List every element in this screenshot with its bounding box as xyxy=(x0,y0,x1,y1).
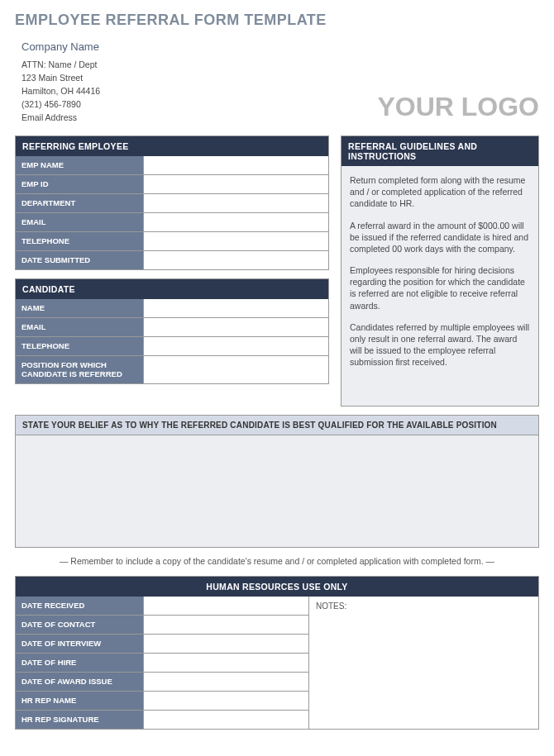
field-label: DEPARTMENT xyxy=(16,194,144,212)
table-row: HR REP SIGNATURE xyxy=(16,710,308,729)
guidelines-p1: Return completed form along with the res… xyxy=(350,174,530,210)
hr-body: DATE RECEIVED DATE OF CONTACT DATE OF IN… xyxy=(16,597,538,729)
hr-header: HUMAN RESOURCES USE ONLY xyxy=(16,577,538,597)
company-block: Company Name ATTN: Name / Dept 123 Main … xyxy=(15,40,100,122)
field-label: DATE OF INTERVIEW xyxy=(16,635,144,653)
guidelines-header: REFERRAL GUIDELINES AND INSTRUCTIONS xyxy=(341,136,538,166)
cand-telephone-field[interactable] xyxy=(144,337,328,355)
page-title: EMPLOYEE REFERRAL FORM TEMPLATE xyxy=(15,12,539,29)
field-label: DATE SUBMITTED xyxy=(16,251,144,269)
two-column-area: REFERRING EMPLOYEE EMP NAME EMP ID DEPAR… xyxy=(15,136,539,407)
company-email: Email Address xyxy=(21,112,100,122)
date-received-field[interactable] xyxy=(144,597,308,615)
hr-rep-signature-field[interactable] xyxy=(144,711,308,729)
candidate-section: CANDIDATE NAME EMAIL TELEPHONE POSITION … xyxy=(15,278,329,384)
belief-header: STATE YOUR BELIEF AS TO WHY THE REFERRED… xyxy=(16,416,538,435)
field-label: EMAIL xyxy=(16,318,144,336)
field-label: HR REP NAME xyxy=(16,692,144,710)
table-row: HR REP NAME xyxy=(16,691,308,710)
date-interview-field[interactable] xyxy=(144,635,308,653)
hr-fields: DATE RECEIVED DATE OF CONTACT DATE OF IN… xyxy=(16,597,309,729)
right-column: REFERRAL GUIDELINES AND INSTRUCTIONS Ret… xyxy=(341,136,539,407)
ref-email-field[interactable] xyxy=(144,213,328,231)
date-award-field[interactable] xyxy=(144,673,308,691)
reminder-text: — Remember to include a copy of the cand… xyxy=(15,556,539,566)
table-row: DATE RECEIVED xyxy=(16,597,308,615)
table-row: DATE OF HIRE xyxy=(16,653,308,672)
department-field[interactable] xyxy=(144,194,328,212)
left-column: REFERRING EMPLOYEE EMP NAME EMP ID DEPAR… xyxy=(15,136,329,407)
table-row: DATE OF AWARD ISSUE xyxy=(16,672,308,691)
table-row: TELEPHONE xyxy=(16,231,328,250)
company-street: 123 Main Street xyxy=(21,73,100,83)
field-label: DATE OF CONTACT xyxy=(16,616,144,634)
company-city: Hamilton, OH 44416 xyxy=(21,86,100,96)
header-row: Company Name ATTN: Name / Dept 123 Main … xyxy=(15,40,539,122)
date-submitted-field[interactable] xyxy=(144,251,328,269)
guidelines-body: Return completed form along with the res… xyxy=(341,166,538,406)
company-phone: (321) 456-7890 xyxy=(21,99,100,109)
table-row: EMAIL xyxy=(16,317,328,336)
belief-section: STATE YOUR BELIEF AS TO WHY THE REFERRED… xyxy=(15,415,539,548)
guidelines-p3: Employees responsible for hiring decisio… xyxy=(350,264,530,311)
field-label: EMAIL xyxy=(16,213,144,231)
table-row: DEPARTMENT xyxy=(16,193,328,212)
date-contact-field[interactable] xyxy=(144,616,308,634)
referring-fields: EMP NAME EMP ID DEPARTMENT EMAIL TELEPHO… xyxy=(16,156,328,269)
hr-section: HUMAN RESOURCES USE ONLY DATE RECEIVED D… xyxy=(15,576,539,730)
table-row: EMP ID xyxy=(16,174,328,193)
guidelines-section: REFERRAL GUIDELINES AND INSTRUCTIONS Ret… xyxy=(341,136,539,407)
field-label: HR REP SIGNATURE xyxy=(16,711,144,729)
field-label: DATE RECEIVED xyxy=(16,597,144,615)
notes-label: NOTES: xyxy=(316,601,346,611)
cand-email-field[interactable] xyxy=(144,318,328,336)
table-row: TELEPHONE xyxy=(16,336,328,355)
table-row: POSITION FOR WHICH CANDIDATE IS REFERRED xyxy=(16,355,328,383)
position-referred-field[interactable] xyxy=(144,356,328,383)
field-label: DATE OF HIRE xyxy=(16,654,144,672)
date-hire-field[interactable] xyxy=(144,654,308,672)
candidate-fields: NAME EMAIL TELEPHONE POSITION FOR WHICH … xyxy=(16,299,328,383)
field-label: EMP NAME xyxy=(16,156,144,174)
field-label: TELEPHONE xyxy=(16,232,144,250)
candidate-header: CANDIDATE xyxy=(16,279,328,299)
table-row: DATE OF INTERVIEW xyxy=(16,634,308,653)
emp-name-field[interactable] xyxy=(144,156,328,174)
hr-notes-area[interactable]: NOTES: xyxy=(309,597,538,729)
logo-placeholder: YOUR LOGO xyxy=(377,92,539,122)
referring-employee-section: REFERRING EMPLOYEE EMP NAME EMP ID DEPAR… xyxy=(15,136,329,270)
company-name: Company Name xyxy=(21,40,100,53)
field-label: EMP ID xyxy=(16,175,144,193)
emp-id-field[interactable] xyxy=(144,175,328,193)
field-label: NAME xyxy=(16,299,144,317)
table-row: DATE OF CONTACT xyxy=(16,615,308,634)
table-row: DATE SUBMITTED xyxy=(16,250,328,269)
table-row: EMP NAME xyxy=(16,156,328,174)
guidelines-p4: Candidates referred by multiple employee… xyxy=(350,321,530,368)
field-label: POSITION FOR WHICH CANDIDATE IS REFERRED xyxy=(16,356,144,383)
ref-telephone-field[interactable] xyxy=(144,232,328,250)
field-label: TELEPHONE xyxy=(16,337,144,355)
table-row: NAME xyxy=(16,299,328,317)
field-label: DATE OF AWARD ISSUE xyxy=(16,673,144,691)
belief-textarea[interactable] xyxy=(16,435,538,547)
referring-header: REFERRING EMPLOYEE xyxy=(16,136,328,156)
company-attn: ATTN: Name / Dept xyxy=(21,59,100,69)
guidelines-p2: A referral award in the amount of $000.0… xyxy=(350,220,530,255)
table-row: EMAIL xyxy=(16,212,328,231)
cand-name-field[interactable] xyxy=(144,299,328,317)
hr-rep-name-field[interactable] xyxy=(144,692,308,710)
